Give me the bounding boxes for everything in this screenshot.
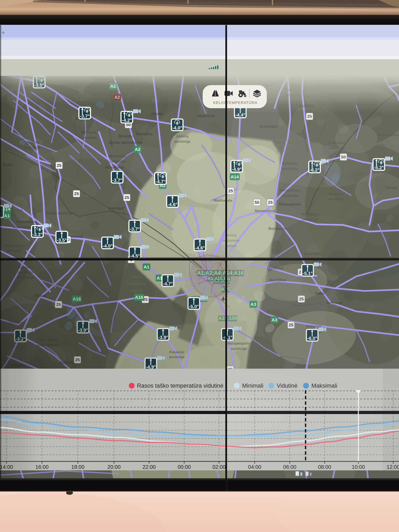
svg-text:-3.7°: -3.7° xyxy=(80,114,90,119)
svg-text:25: 25 xyxy=(74,191,79,196)
svg-text:-3.7°: -3.7° xyxy=(112,177,122,183)
svg-text:Musninkų: Musninkų xyxy=(109,154,126,158)
svg-text:25: 25 xyxy=(57,163,62,168)
svg-text:-3.3°: -3.3° xyxy=(32,232,42,237)
svg-text:seniūnija: seniūnija xyxy=(81,135,97,139)
svg-text:seniūnija: seniūnija xyxy=(109,159,125,163)
svg-text:Gelvonų: Gelvonų xyxy=(81,130,96,134)
svg-text:Žaslių seniūnija: Žaslių seniūnija xyxy=(46,211,73,215)
svg-text:-4.0°: -4.0° xyxy=(103,243,112,248)
svg-text:Zibalai: Zibalai xyxy=(151,112,163,116)
svg-text:-3.5°: -3.5° xyxy=(57,238,67,243)
svg-text:rajono savivaldybė: rajono savivaldybė xyxy=(108,140,143,145)
svg-text:Širvintų: Širvintų xyxy=(119,134,133,138)
svg-text:-4.2°: -4.2° xyxy=(122,118,132,123)
svg-text:Musninkai: Musninkai xyxy=(105,165,124,169)
svg-text:+: + xyxy=(2,29,5,36)
svg-text:Kernavė: Kernavė xyxy=(109,206,124,210)
